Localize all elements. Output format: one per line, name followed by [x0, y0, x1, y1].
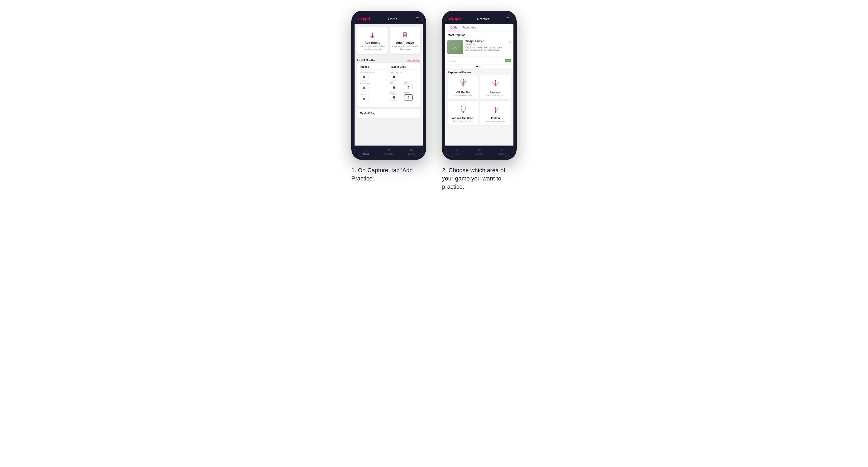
off-the-tee-title: Off The Tee [456, 91, 470, 94]
stats-card: Rounds Rounds Capture 0 Tournament 0 [357, 63, 420, 106]
shots-label: 9 shots [449, 60, 456, 62]
page-container: clippd Home ☰ [274, 11, 594, 191]
skill-card-approach[interactable]: Approach Dial-in to hit the green [480, 75, 511, 99]
phone1-logo: clippd [358, 17, 370, 21]
stats-row: Rounds Rounds Capture 0 Tournament 0 [360, 66, 417, 104]
star-icon[interactable] [508, 40, 511, 44]
phone2-bottom-nav: ⌂ Home ⇄ Activities ⊕ Capture [445, 146, 514, 157]
phone1-header: clippd Home ☰ [354, 14, 423, 24]
putt-item: PUTT 4 [404, 92, 417, 101]
p2-capture-icon: ⊕ [500, 148, 503, 152]
activities-nav-label: Activities [384, 153, 393, 155]
caption1: 1. On Capture, tap 'Add Practice'. [351, 166, 426, 183]
tab-favourites[interactable]: Favourites [460, 24, 479, 31]
phone1-screen: clippd Home ☰ [354, 14, 423, 157]
featured-card-yds: 50–100 yds [465, 43, 506, 45]
practice-item: Practice 0 [360, 93, 388, 102]
phone1-nav-home[interactable]: ⌂ Home [354, 148, 377, 155]
practice-stat-label: Practice [360, 93, 388, 95]
golf-bag-row[interactable]: My Golf Bag › [357, 109, 420, 118]
phone2-frame: clippd Practice ☰ Drills Favourites Most… [442, 11, 517, 160]
phone2-nav-activities[interactable]: ⇄ Activities [468, 148, 491, 155]
add-round-title: Add Round [365, 41, 380, 44]
phone1-nav-activities[interactable]: ⇄ Activities [377, 148, 400, 155]
phone2-header: clippd Practice ☰ [445, 14, 514, 24]
svg-point-18 [465, 106, 466, 107]
phone1-section: clippd Home ☰ [351, 11, 426, 183]
add-practice-card[interactable]: Add Practice Capture your practice off-t… [390, 27, 420, 54]
app-badge: APP [505, 59, 511, 62]
featured-card-info: Wedge Ladder 50–100 yds Play 1 shot at e… [465, 40, 506, 54]
tournament-label: Tournament [360, 82, 388, 85]
phone2-nav-capture[interactable]: ⊕ Capture [491, 148, 514, 155]
activities-icon: ⇄ [387, 148, 390, 152]
p2-home-nav-label: Home [454, 153, 459, 155]
svg-point-14 [495, 80, 496, 81]
drills-capture-label: Drills Capture [390, 71, 417, 73]
arg-value: 0 [390, 94, 398, 101]
phone1-nav-capture[interactable]: ⊕ Capture [400, 148, 423, 155]
ott-label: OTT [390, 82, 403, 84]
phone2-screen: clippd Practice ☰ Drills Favourites Most… [445, 14, 514, 157]
p2-capture-nav-label: Capture [498, 153, 506, 155]
phone1-menu-icon[interactable]: ☰ [415, 17, 419, 21]
svg-point-8 [461, 80, 462, 81]
off-the-tee-icon [457, 77, 470, 89]
off-the-tee-desc: Power and accuracy [454, 94, 472, 96]
svg-point-10 [464, 80, 465, 81]
featured-card-desc: Play 1 shot at each target yardage. If y… [465, 46, 506, 52]
phone2-menu-icon[interactable]: ☰ [506, 17, 510, 21]
approach-desc: Dial-in to hit the green [486, 94, 505, 96]
app-label: APP [404, 82, 417, 84]
featured-card-footer: ○ 9 shots APP [445, 57, 514, 64]
drill-sub-row-1: OTT 0 APP 4 [390, 82, 417, 91]
most-popular-label: Most Popular [445, 31, 514, 38]
featured-card-title: Wedge Ladder [465, 40, 506, 43]
view-activity-link[interactable]: View Activity [407, 59, 420, 62]
drills-capture-item: Drills Capture 8 [390, 71, 417, 81]
around-green-icon [457, 103, 470, 115]
add-round-desc: Record your shots in fast or enhanced mo… [359, 45, 385, 51]
p2-activities-icon: ⇄ [478, 148, 481, 152]
putt-value: 4 [404, 94, 413, 101]
drills-col-title: Practice Drills [390, 66, 417, 69]
app-item: APP 4 [404, 82, 417, 91]
phone2-content: Most Popular [445, 31, 514, 146]
rounds-capture-label: Rounds Capture [360, 71, 388, 73]
svg-point-13 [492, 82, 493, 83]
featured-card-image [447, 40, 463, 54]
skill-card-around-green[interactable]: Around The Green Hone your short game [448, 101, 478, 125]
svg-point-5 [452, 44, 459, 51]
capture-icon: ⊕ [410, 148, 413, 152]
p2-activities-nav-label: Activities [475, 153, 484, 155]
skill-card-putting[interactable]: Putting Make and lag practice [480, 101, 511, 125]
skill-grid: Off The Tee Power and accuracy [445, 75, 514, 128]
skill-card-off-the-tee[interactable]: Off The Tee Power and accuracy [448, 75, 478, 99]
drill-sub-row-2: ARG 0 PUTT 4 [390, 92, 417, 101]
approach-title: Approach [490, 91, 501, 94]
action-cards: Add Round Record your shots in fast or e… [354, 24, 423, 57]
tournament-value: 0 [360, 85, 368, 91]
phone2-nav-home[interactable]: ⌂ Home [445, 148, 468, 155]
dot-2 [479, 66, 480, 67]
svg-point-11 [466, 81, 467, 82]
phone2-logo: clippd [449, 17, 461, 21]
arg-label: ARG [390, 92, 403, 94]
golf-bag-label: My Golf Bag [360, 112, 375, 115]
add-practice-icon [400, 30, 410, 39]
approach-icon [489, 77, 502, 89]
rounds-col-title: Rounds [360, 66, 388, 69]
phone1-bottom-nav: ⌂ Home ⇄ Activities ⊕ Capture [354, 146, 423, 157]
tab-drills[interactable]: Drills [448, 24, 460, 31]
svg-point-15 [498, 82, 499, 83]
drills-capture-value: 8 [390, 74, 398, 81]
add-round-card[interactable]: Add Round Record your shots in fast or e… [357, 27, 388, 54]
drills-col: Practice Drills Drills Capture 8 OTT 0 [390, 66, 417, 104]
svg-point-20 [495, 107, 496, 108]
putting-title: Putting [491, 117, 500, 119]
svg-point-9 [463, 79, 464, 80]
caption2: 2. Choose which area of your game you wa… [442, 166, 517, 191]
phone2-tabs: Drills Favourites [445, 24, 514, 31]
featured-card[interactable]: Wedge Ladder 50–100 yds Play 1 shot at e… [445, 38, 514, 57]
svg-rect-2 [403, 33, 407, 37]
